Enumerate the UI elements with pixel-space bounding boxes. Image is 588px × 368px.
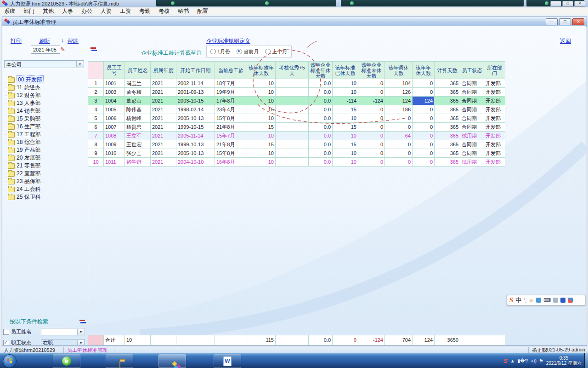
table-cell[interactable]: 10	[247, 132, 276, 140]
tray-expand-icon[interactable]: ▲	[510, 358, 515, 363]
print-button[interactable]: 打印	[11, 37, 22, 45]
ime-emoji-icon[interactable]: ☺	[529, 298, 534, 303]
table-cell[interactable]: 王立军	[125, 132, 151, 140]
table-cell[interactable]: 186	[385, 105, 413, 114]
tree-item-24[interactable]: 24 工会科	[5, 185, 87, 193]
table-cell[interactable]: 0	[413, 149, 435, 158]
table-cell[interactable]: 124	[413, 97, 435, 105]
table-cell[interactable]: 4	[88, 105, 104, 114]
table-cell[interactable]	[276, 88, 309, 97]
table-cell[interactable]: 124	[385, 97, 413, 105]
status-active-tab[interactable]: 员工年休标准管理	[67, 347, 107, 354]
table-cell[interactable]: 21年8月	[215, 140, 247, 149]
column-header-14[interactable]: 员工状态	[460, 62, 484, 79]
radio-上个月[interactable]: 上个月	[265, 48, 287, 55]
sogou-logo-icon[interactable]: S	[509, 296, 513, 304]
checkbox-employee-name[interactable]	[3, 329, 9, 335]
table-cell[interactable]: 试用期	[460, 132, 484, 140]
table-cell[interactable]: 0.0	[309, 114, 333, 123]
table-cell[interactable]: 2005-10-13	[176, 114, 215, 123]
menu-item-10[interactable]: 秘书	[174, 7, 193, 15]
minimize-button[interactable]: —	[550, 1, 561, 7]
table-cell[interactable]: 0	[385, 149, 413, 158]
table-cell[interactable]: 0.0	[309, 88, 333, 97]
table-cell[interactable]: 褚学进	[125, 158, 151, 167]
table-cell[interactable]: 开发部	[484, 114, 505, 123]
table-cell[interactable]: 0	[358, 88, 385, 97]
column-header-6[interactable]: 该年标准年休天数	[247, 62, 276, 79]
ime-picture-icon[interactable]	[553, 298, 558, 303]
table-cell[interactable]: 1999-10-13	[176, 140, 215, 149]
table-cell[interactable]: 合同期	[460, 97, 484, 105]
table-cell[interactable]: 0	[413, 79, 435, 88]
volume-icon[interactable]: ◖))	[531, 358, 537, 363]
table-cell[interactable]: 0.0	[309, 97, 333, 105]
employee-status-select[interactable]: 在职 ▼	[41, 339, 85, 345]
menu-item-6[interactable]: 人资	[96, 7, 116, 15]
table-cell[interactable]	[276, 114, 309, 123]
table-cell[interactable]: 0.0	[309, 123, 333, 132]
company-select[interactable]: 本公司 ▼	[4, 60, 84, 68]
rule-definition-link[interactable]: 企业标准规则定义	[206, 37, 250, 45]
table-cell[interactable]: 试用期	[460, 158, 484, 167]
table-cell[interactable]: 0	[413, 105, 435, 114]
table-cell[interactable]: 0.0	[309, 140, 333, 149]
menu-item-4[interactable]: 人事	[58, 7, 77, 15]
table-cell[interactable]: 17年8月	[215, 97, 247, 105]
table-cell[interactable]: 开发部	[484, 132, 505, 140]
table-cell[interactable]: 0	[413, 158, 435, 167]
maximize-button[interactable]: □	[562, 1, 573, 7]
table-cell[interactable]: 合同期	[460, 105, 484, 114]
table-cell[interactable]: 10	[333, 149, 358, 158]
table-cell[interactable]: 开发部	[484, 105, 505, 114]
column-header-12[interactable]: 该年年休天数	[413, 62, 435, 79]
table-cell[interactable]: 6	[88, 123, 104, 132]
table-cell[interactable]	[276, 149, 309, 158]
table-cell[interactable]: -114	[333, 97, 358, 105]
radio-当前月[interactable]: 当前月	[237, 48, 259, 55]
table-cell[interactable]: 2021	[151, 105, 176, 114]
table-cell[interactable]: 0.0	[309, 158, 333, 167]
column-header-10[interactable]: 该年企业标准未休天数	[358, 62, 385, 79]
tree-item-25[interactable]: 25 保卫科	[5, 193, 87, 201]
table-cell[interactable]: 2021	[151, 97, 176, 105]
table-cell[interactable]: 10	[247, 79, 276, 88]
table-cell[interactable]: 365	[435, 140, 460, 149]
table-cell[interactable]: 开发部	[484, 149, 505, 158]
table-cell[interactable]: 365	[435, 97, 460, 105]
table-cell[interactable]: 365	[435, 79, 460, 88]
tree-item-15[interactable]: 15 采购部	[5, 115, 87, 123]
table-cell[interactable]: 8	[88, 140, 104, 149]
table-cell[interactable]: 1010	[104, 149, 125, 158]
table-cell[interactable]: 16年8月	[215, 158, 247, 167]
table-cell[interactable]: 10	[333, 132, 358, 140]
table-cell[interactable]: 开发部	[484, 88, 505, 97]
table-cell[interactable]: 3	[88, 97, 104, 105]
table-cell[interactable]: 10	[333, 88, 358, 97]
table-cell[interactable]: 开发部	[484, 140, 505, 149]
table-cell[interactable]	[276, 132, 309, 140]
table-cell[interactable]: 10	[88, 158, 104, 167]
table-cell[interactable]: 365	[435, 158, 460, 167]
table-cell[interactable]: 2021	[151, 88, 176, 97]
table-cell[interactable]: 2021	[151, 149, 176, 158]
tree-item-18[interactable]: 18 综合部	[5, 138, 87, 146]
taskbar-button-hrm-app[interactable]	[158, 354, 186, 368]
menu-item-2[interactable]: 部门	[19, 7, 39, 15]
table-cell[interactable]: 15	[247, 123, 276, 132]
table-cell[interactable]: -124	[358, 97, 385, 105]
table-cell[interactable]: 2001-09-13	[176, 88, 215, 97]
table-cell[interactable]	[276, 105, 309, 114]
table-cell[interactable]: 孟冬梅	[125, 88, 151, 97]
table-cell[interactable]: 杨贵忠	[125, 123, 151, 132]
table-cell[interactable]: 64	[385, 132, 413, 140]
edit-pencil-icon[interactable]: ✎	[60, 46, 67, 53]
table-cell[interactable]: 365	[435, 132, 460, 140]
table-cell[interactable]: 10	[247, 158, 276, 167]
back-link[interactable]: 返回	[560, 37, 571, 45]
table-row[interactable]: 21003孟冬梅20212001-09-1319年9月100.010012603…	[88, 88, 505, 97]
chevron-down-icon[interactable]: ▼	[77, 340, 84, 345]
table-cell[interactable]: 15年8月	[215, 149, 247, 158]
ime-keyboard-icon[interactable]: ⌨	[543, 297, 551, 303]
table-row[interactable]: 51006杨贵峰20212005-10-1315年8月100.010000365…	[88, 114, 505, 123]
